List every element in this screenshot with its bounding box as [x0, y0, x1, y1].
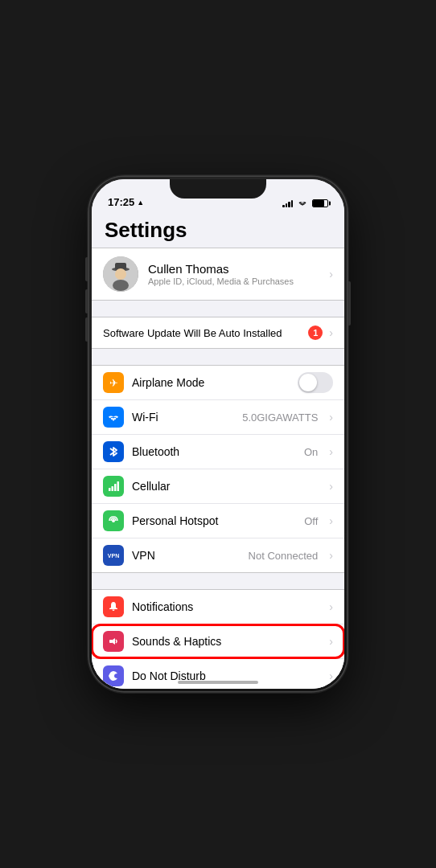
notifications-chevron: ›: [329, 600, 333, 613]
svg-rect-5: [109, 488, 111, 491]
sounds-haptics-icon: [103, 631, 124, 652]
profile-section[interactable]: Cullen Thomas Apple ID, iCloud, Media & …: [92, 248, 344, 301]
cellular-chevron: ›: [329, 480, 333, 493]
hotspot-chevron: ›: [329, 514, 333, 527]
signal-bars: [282, 199, 293, 207]
wifi-status-icon: [297, 199, 308, 208]
settings-title: Settings: [92, 211, 344, 248]
connectivity-group: ✈ Airplane Mode: [92, 365, 344, 573]
bluetooth-label: Bluetooth: [132, 445, 296, 458]
bluetooth-icon: [103, 441, 124, 462]
vpn-icon: VPN: [103, 545, 124, 566]
bluetooth-chevron: ›: [329, 445, 333, 458]
wifi-row[interactable]: Wi-Fi 5.0GIGAWATTS ›: [92, 400, 344, 435]
update-banner[interactable]: Software Update Will Be Auto Installed 1…: [92, 317, 344, 349]
cellular-row[interactable]: Cellular ›: [92, 469, 344, 504]
wifi-chevron: ›: [329, 411, 333, 424]
bluetooth-row[interactable]: Bluetooth On ›: [92, 435, 344, 469]
notifications-row[interactable]: Notifications ›: [92, 590, 344, 624]
airplane-mode-icon: ✈: [103, 372, 124, 393]
svg-point-4: [113, 280, 129, 291]
svg-rect-8: [117, 481, 120, 491]
svg-point-3: [115, 268, 126, 280]
update-chevron: ›: [329, 326, 333, 339]
status-icons: [282, 199, 328, 208]
airplane-mode-label: Airplane Mode: [132, 376, 290, 389]
sounds-haptics-row[interactable]: Sounds & Haptics ›: [92, 624, 344, 659]
profile-row[interactable]: Cullen Thomas Apple ID, iCloud, Media & …: [92, 248, 344, 300]
profile-subtitle: Apple ID, iCloud, Media & Purchases: [148, 276, 319, 286]
profile-info: Cullen Thomas Apple ID, iCloud, Media & …: [148, 262, 319, 286]
avatar: [103, 256, 138, 292]
airplane-mode-toggle[interactable]: [298, 372, 333, 393]
wifi-value: 5.0GIGAWATTS: [242, 411, 318, 424]
vpn-row[interactable]: VPN VPN Not Connected ›: [92, 538, 344, 572]
update-badge: 1: [308, 326, 323, 340]
hotspot-row[interactable]: Personal Hotspot Off ›: [92, 504, 344, 538]
cellular-label: Cellular: [132, 480, 321, 493]
battery-icon: [312, 199, 328, 207]
location-icon: ▲: [137, 199, 144, 207]
sounds-haptics-chevron: ›: [329, 635, 333, 648]
notifications-icon: [103, 596, 124, 617]
phone-screen: 17:25 ▲: [92, 179, 344, 689]
svg-rect-7: [114, 484, 117, 491]
cellular-icon: [103, 476, 124, 497]
settings-content: Settings: [92, 211, 344, 689]
do-not-disturb-chevron: ›: [329, 669, 333, 682]
notifications-label: Notifications: [132, 600, 321, 613]
bluetooth-value: On: [304, 446, 318, 458]
svg-rect-6: [112, 486, 114, 491]
hotspot-icon: [103, 510, 124, 531]
svg-rect-10: [109, 640, 113, 643]
wifi-icon: [103, 407, 124, 428]
update-text: Software Update Will Be Auto Installed: [103, 327, 302, 339]
status-time: 17:25: [108, 196, 134, 208]
hotspot-value: Off: [304, 515, 318, 527]
vpn-label: VPN: [132, 549, 241, 562]
notifications-group: Notifications › Sounds & Haptics ›: [92, 589, 344, 689]
profile-chevron: ›: [329, 268, 333, 280]
do-not-disturb-row[interactable]: Do Not Disturb ›: [92, 659, 344, 689]
phone-frame: 17:25 ▲: [89, 177, 347, 691]
vpn-value: Not Connected: [249, 550, 319, 562]
profile-name: Cullen Thomas: [148, 262, 319, 276]
airplane-mode-row[interactable]: ✈ Airplane Mode: [92, 366, 344, 400]
do-not-disturb-icon: [103, 665, 124, 686]
notch: [170, 179, 266, 199]
home-indicator: [178, 681, 258, 684]
sounds-haptics-label: Sounds & Haptics: [132, 635, 321, 648]
svg-point-9: [112, 519, 115, 522]
wifi-label: Wi-Fi: [132, 411, 234, 424]
hotspot-label: Personal Hotspot: [132, 514, 296, 527]
vpn-chevron: ›: [329, 549, 333, 562]
